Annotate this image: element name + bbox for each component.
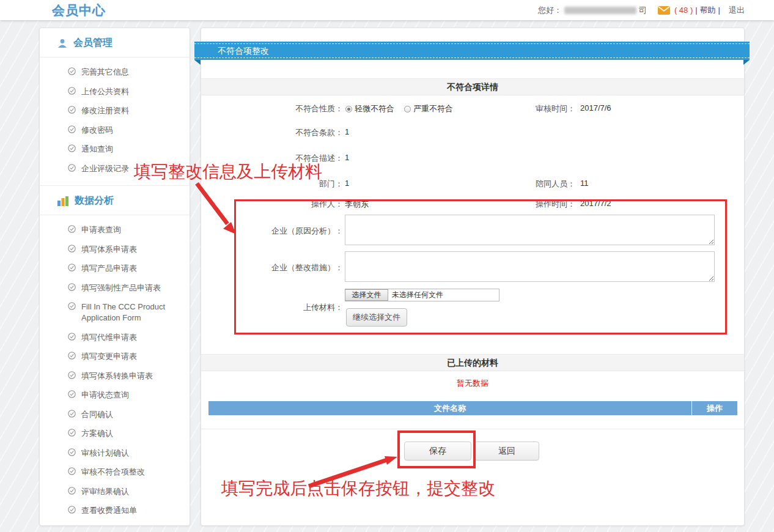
save-button[interactable]: 保存 bbox=[404, 441, 471, 460]
sidebar-item[interactable]: 审核计划确认 bbox=[40, 443, 190, 463]
department-value: 1 bbox=[345, 179, 349, 188]
measure-textarea[interactable] bbox=[345, 251, 715, 282]
clause-value: 1 bbox=[345, 127, 349, 136]
column-file-name: 文件名称 bbox=[208, 401, 692, 415]
header-user-area: 您好： 司 ( 48 ) | 帮助 | 退出 bbox=[538, 5, 745, 16]
row-operator: 操作人： 李朝东 操作时间： 2017/7/2 bbox=[201, 199, 744, 211]
sidebar-item[interactable]: 证书查询 bbox=[40, 520, 190, 526]
uploaded-section-header: 已上传的材料 bbox=[201, 354, 744, 371]
page: 会员中心 您好： 司 ( 48 ) | 帮助 | 退出 会员管理 bbox=[0, 0, 774, 532]
circle-check-icon bbox=[68, 487, 76, 495]
circle-check-icon bbox=[68, 448, 76, 456]
empty-data-text: 暂无数据 bbox=[201, 378, 744, 389]
circle-check-icon bbox=[68, 467, 76, 475]
continue-select-button[interactable]: 继续选择文件 bbox=[346, 308, 407, 327]
sidebar-item-label: 填写体系申请表 bbox=[81, 244, 137, 255]
blurred-company-name bbox=[564, 7, 636, 14]
sidebar-item-label: 申请表查询 bbox=[81, 224, 121, 235]
sidebar-item-label: 填写变更申请表 bbox=[81, 351, 137, 362]
operate-time-value: 2017/7/2 bbox=[580, 199, 611, 208]
circle-check-icon bbox=[68, 225, 76, 233]
sidebar-item[interactable]: 填写产品申请表 bbox=[40, 259, 190, 278]
mail-count-badge[interactable]: ( 48 ) bbox=[674, 6, 693, 15]
reason-textarea[interactable] bbox=[345, 215, 715, 245]
details-section-header: 不符合项详情 bbox=[201, 78, 744, 95]
separator: | bbox=[718, 6, 720, 15]
sidebar-item[interactable]: 查看收费通知单 bbox=[40, 501, 190, 520]
sidebar-item-label: 通知查询 bbox=[81, 144, 113, 155]
description-value: 1 bbox=[345, 153, 349, 162]
separator: | bbox=[695, 6, 697, 15]
sidebar-item[interactable]: Fill In The CCC Product Application Form bbox=[40, 297, 190, 327]
divider bbox=[201, 429, 744, 429]
sidebar-item-label: 证书查询 bbox=[81, 525, 113, 526]
sidebar-section-data: 数据分析 bbox=[40, 185, 190, 215]
sidebar-item[interactable]: 方案确认 bbox=[40, 424, 190, 443]
sidebar-item-label: Fill In The CCC Product Application Form bbox=[81, 301, 183, 323]
circle-check-icon bbox=[68, 390, 76, 398]
sidebar-item[interactable]: 填写体系申请表 bbox=[40, 240, 190, 259]
audit-time-value: 2017/7/6 bbox=[580, 103, 611, 113]
radio-major-label[interactable]: 严重不符合 bbox=[413, 103, 453, 114]
greeting-suffix: 司 bbox=[639, 5, 647, 16]
bar-chart-icon bbox=[57, 196, 69, 207]
sidebar-item[interactable]: 填写体系转换申请表 bbox=[40, 366, 190, 386]
circle-check-icon bbox=[68, 333, 76, 341]
sidebar-item-label: 审核计划确认 bbox=[81, 448, 129, 459]
row-clause: 不符合条款： 1 bbox=[201, 127, 744, 139]
radio-minor-nonconformity[interactable] bbox=[345, 106, 352, 113]
column-action: 操作 bbox=[692, 401, 737, 415]
sidebar-item-label: 修改注册资料 bbox=[81, 105, 129, 116]
file-input[interactable]: 选择文件 未选择任何文件 bbox=[345, 289, 499, 301]
sidebar-item[interactable]: 填写代维申请表 bbox=[40, 328, 190, 347]
member-icon bbox=[57, 38, 68, 49]
sidebar-item[interactable]: 完善其它信息 bbox=[40, 62, 190, 82]
operate-time-label: 操作时间： bbox=[510, 199, 575, 210]
circle-check-icon bbox=[68, 352, 76, 360]
circle-check-icon bbox=[68, 410, 76, 418]
sidebar-item-label: 查看收费通知单 bbox=[81, 505, 137, 516]
sidebar-item-label: 方案确认 bbox=[81, 428, 113, 439]
sidebar-item[interactable]: 填写强制性产品申请表 bbox=[40, 278, 190, 298]
sidebar-item[interactable]: 通知查询 bbox=[40, 139, 190, 159]
sidebar-item[interactable]: 修改注册资料 bbox=[40, 101, 190, 120]
reason-label: 企业（原因分析）： bbox=[201, 226, 343, 237]
sidebar-item[interactable]: 评审结果确认 bbox=[40, 482, 190, 501]
mail-icon[interactable] bbox=[658, 6, 670, 15]
sidebar-item[interactable]: 申请表查询 bbox=[40, 220, 190, 240]
circle-check-icon bbox=[68, 67, 76, 75]
row-nature: 不符合性质： 轻微不符合 严重不符合 审核时间： 2017/7/6 bbox=[201, 103, 744, 116]
sidebar-item[interactable]: 审核不符合项整改 bbox=[40, 462, 190, 482]
sidebar-item-label: 填写体系转换申请表 bbox=[81, 371, 153, 382]
sidebar-item-label: 填写强制性产品申请表 bbox=[81, 283, 161, 294]
logout-link[interactable]: 退出 bbox=[729, 5, 745, 16]
banner-title: 不符合项整改 bbox=[194, 43, 750, 58]
circle-check-icon bbox=[68, 144, 76, 152]
back-button[interactable]: 返回 bbox=[474, 441, 539, 460]
choose-file-button[interactable]: 选择文件 bbox=[345, 289, 388, 301]
sidebar-item-label: 合同确认 bbox=[81, 409, 113, 420]
greeting-label: 您好： bbox=[538, 5, 562, 16]
operator-value: 李朝东 bbox=[345, 199, 369, 210]
main-content: 不符合项详情 不符合性质： 轻微不符合 严重不符合 审核时间： 2017/7/6… bbox=[201, 28, 745, 526]
sidebar-item-label: 审核不符合项整改 bbox=[81, 467, 145, 478]
circle-check-icon bbox=[68, 125, 76, 133]
uploaded-table-header: 文件名称 操作 bbox=[208, 401, 737, 415]
sidebar-section-title: 会员管理 bbox=[73, 37, 112, 50]
ribbon-fold-left bbox=[194, 60, 201, 65]
radio-major-nonconformity[interactable] bbox=[404, 106, 411, 113]
circle-check-icon bbox=[68, 429, 76, 437]
circle-check-icon bbox=[68, 525, 76, 526]
sidebar-item-label: 申请状态查询 bbox=[81, 390, 129, 401]
nature-radio-group: 轻微不符合 严重不符合 bbox=[345, 103, 460, 114]
circle-check-icon bbox=[68, 302, 76, 310]
sidebar-item-label: 修改密码 bbox=[81, 125, 113, 136]
help-link[interactable]: 帮助 bbox=[700, 5, 716, 16]
sidebar-list-data: 申请表查询 填写体系申请表 填写产品申请表 bbox=[40, 215, 190, 526]
sidebar-item[interactable]: 填写变更申请表 bbox=[40, 347, 190, 366]
sidebar-item[interactable]: 合同确认 bbox=[40, 405, 190, 424]
sidebar-item[interactable]: 修改密码 bbox=[40, 120, 190, 140]
sidebar-item[interactable]: 上传公共资料 bbox=[40, 82, 190, 102]
sidebar-item[interactable]: 申请状态查询 bbox=[40, 385, 190, 405]
radio-minor-label[interactable]: 轻微不符合 bbox=[355, 103, 394, 114]
